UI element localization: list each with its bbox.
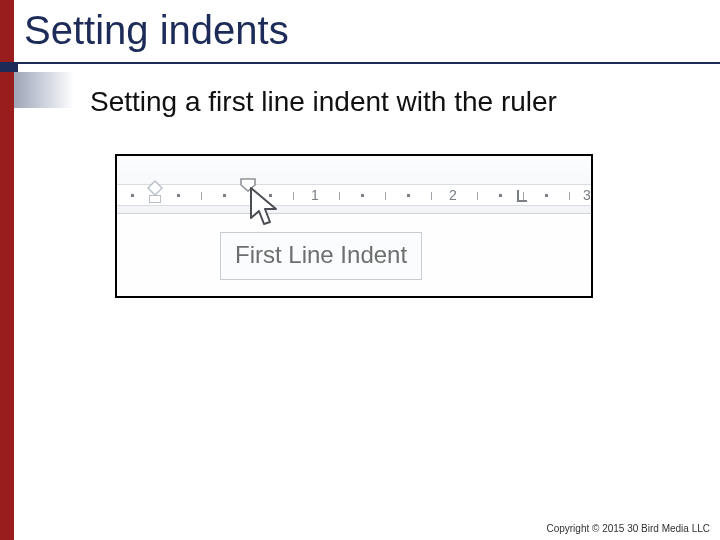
left-accent-strip xyxy=(0,0,14,540)
ruler-number-3: 3 xyxy=(583,187,591,203)
title-underline-left xyxy=(0,62,18,72)
title-underline xyxy=(18,62,720,64)
word-ruler[interactable]: 1 2 3 xyxy=(117,184,591,206)
copyright-text: Copyright © 2015 30 Bird Media LLC xyxy=(546,523,710,534)
title-fade-block xyxy=(14,72,74,108)
first-line-indent-tooltip: First Line Indent xyxy=(220,232,422,280)
ruler-tab-stop-icon[interactable] xyxy=(517,190,527,202)
ruler-number-2: 2 xyxy=(449,187,457,203)
ruler-number-1: 1 xyxy=(311,187,319,203)
left-indent-marker-icon[interactable] xyxy=(147,180,163,206)
slide-title: Setting indents xyxy=(24,8,289,53)
slide-subtitle: Setting a first line indent with the rul… xyxy=(90,86,557,118)
first-line-indent-marker-icon[interactable] xyxy=(240,178,256,192)
ruler-screenshot: 1 2 3 First Line Indent xyxy=(115,154,593,298)
